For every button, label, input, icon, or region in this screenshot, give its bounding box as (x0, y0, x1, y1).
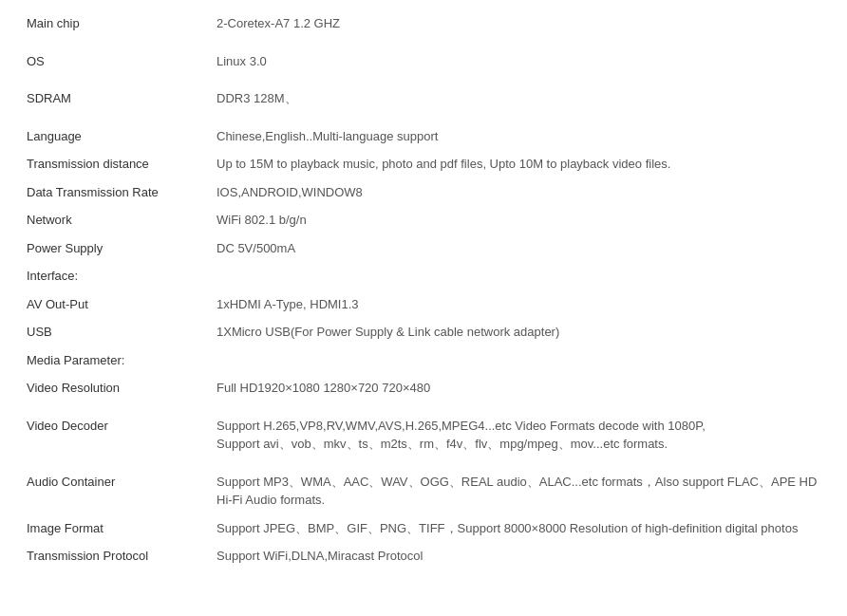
spec-label: AV Out-Put (19, 290, 209, 319)
spec-row: Image FormatSupport JPEG、BMP、GIF、PNG、TIF… (19, 514, 828, 543)
spec-row: SDRAMDDR3 128M、 (19, 84, 828, 113)
spec-row: NetworkWiFi 802.1 b/g/n (19, 206, 828, 234)
spec-label: Main chip (19, 9, 209, 38)
section-header-row: Media Parameter: (19, 346, 828, 375)
spacer-row (19, 75, 828, 84)
spec-row: Audio ContainerSupport MP3、WMA、AAC、WAV、O… (19, 468, 828, 514)
spec-value: DC 5V/500mA (209, 234, 828, 263)
spec-label: Video Resolution (19, 374, 209, 402)
spec-row: AV Out-Put1xHDMI A-Type, HDMI1.3 (19, 290, 828, 319)
spec-value: Linux 3.0 (209, 47, 828, 76)
spec-value: Support WiFi,DLNA,Miracast Protocol (209, 542, 828, 570)
spec-label: Audio Container (19, 468, 209, 514)
spacer-row (19, 113, 828, 122)
spec-value: Full HD1920×1080 1280×720 720×480 (209, 374, 828, 402)
spec-value: 1XMicro USB(For Power Supply & Link cabl… (209, 318, 828, 346)
spec-table: Main chip2-Coretex-A7 1.2 GHZOSLinux 3.0… (19, 9, 828, 570)
section-header-label: Interface: (19, 262, 209, 290)
spec-value: Support JPEG、BMP、GIF、PNG、TIFF，Support 80… (209, 514, 828, 543)
spec-value: 2-Coretex-A7 1.2 GHZ (209, 9, 828, 38)
spacer-row (19, 402, 828, 412)
spec-row: Video DecoderSupport H.265,VP8,RV,WMV,AV… (19, 412, 828, 458)
spec-label: Data Transmission Rate (19, 178, 209, 207)
spec-value: Support MP3、WMA、AAC、WAV、OGG、REAL audio、A… (209, 468, 828, 514)
spec-label: Image Format (19, 514, 209, 543)
spec-value: 1xHDMI A-Type, HDMI1.3 (209, 290, 828, 319)
spec-value: Chinese,English..Multi-language support (209, 122, 828, 151)
spec-row: Video ResolutionFull HD1920×1080 1280×72… (19, 374, 828, 402)
spec-label: USB (19, 318, 209, 346)
spec-label: Power Supply (19, 234, 209, 263)
spec-row: Transmission ProtocolSupport WiFi,DLNA,M… (19, 542, 828, 570)
spec-row: LanguageChinese,English..Multi-language … (19, 122, 828, 151)
spec-label: SDRAM (19, 84, 209, 113)
spec-row: Main chip2-Coretex-A7 1.2 GHZ (19, 9, 828, 38)
section-header-row: Interface: (19, 262, 828, 290)
spec-label: Transmission distance (19, 150, 209, 178)
spec-value: Support H.265,VP8,RV,WMV,AVS,H.265,MPEG4… (209, 412, 828, 458)
spacer-row (19, 38, 828, 47)
spec-value: IOS,ANDROID,WINDOW8 (209, 178, 828, 207)
section-header-value (209, 262, 828, 290)
spec-row: Data Transmission RateIOS,ANDROID,WINDOW… (19, 178, 828, 207)
spec-label: Network (19, 206, 209, 234)
spacer-row (19, 458, 828, 468)
section-header-value (209, 346, 828, 375)
spec-value: WiFi 802.1 b/g/n (209, 206, 828, 234)
spec-label: Language (19, 122, 209, 151)
spec-label: Transmission Protocol (19, 542, 209, 570)
spec-value: DDR3 128M、 (209, 84, 828, 113)
spec-label: OS (19, 47, 209, 76)
spec-row: OSLinux 3.0 (19, 47, 828, 76)
spec-row: Power SupplyDC 5V/500mA (19, 234, 828, 263)
spec-label: Video Decoder (19, 412, 209, 458)
spec-value: Up to 15M to playback music, photo and p… (209, 150, 828, 178)
section-header-label: Media Parameter: (19, 346, 209, 375)
spec-row: USB1XMicro USB(For Power Supply & Link c… (19, 318, 828, 346)
spec-row: Transmission distanceUp to 15M to playba… (19, 150, 828, 178)
